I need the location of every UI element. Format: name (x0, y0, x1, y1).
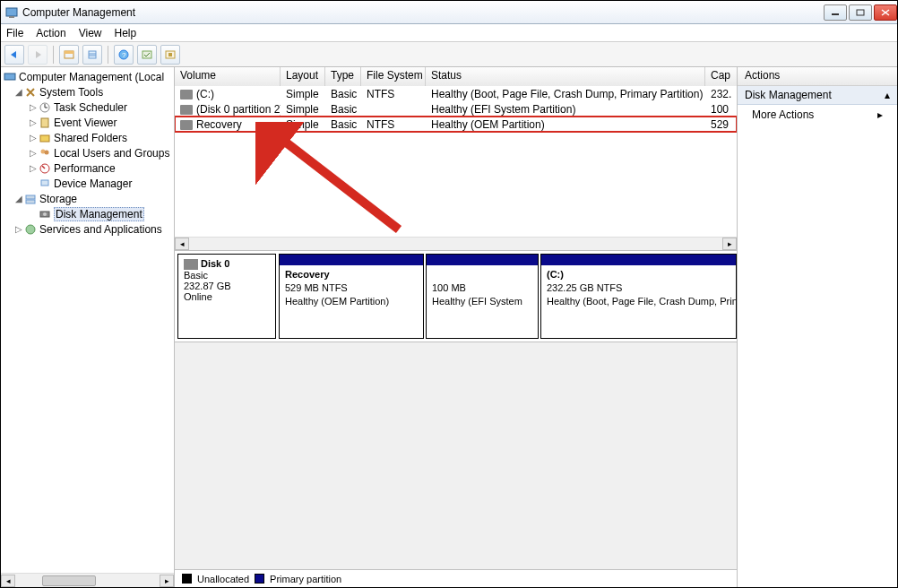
help-button[interactable]: ? (114, 45, 134, 65)
app-icon (4, 5, 19, 20)
svg-rect-3 (857, 10, 864, 15)
menu-action[interactable]: Action (36, 27, 65, 39)
volume-list-header: Volume Layout Type File System Status Ca… (175, 67, 737, 86)
menu-help[interactable]: Help (115, 27, 137, 39)
tree-device-manager[interactable]: ▷ Device Manager (1, 176, 174, 191)
svg-rect-0 (6, 8, 17, 16)
maximize-button[interactable] (849, 4, 872, 21)
drive-icon (180, 105, 193, 115)
computer-icon (3, 70, 17, 84)
tree-root[interactable]: Computer Management (Local (1, 69, 174, 84)
svg-point-30 (43, 212, 47, 216)
menu-view[interactable]: View (79, 27, 102, 39)
partition-c[interactable]: (C:)232.25 GB NTFSHealthy (Boot, Page Fi… (540, 254, 737, 339)
refresh-button[interactable] (160, 45, 180, 65)
expand-icon[interactable]: ▷ (28, 117, 38, 127)
volume-horizontal-scrollbar[interactable]: ◂ ▸ (175, 237, 737, 251)
actions-more[interactable]: More Actions ▸ (738, 105, 897, 125)
annotation-arrow-icon (255, 122, 417, 237)
disk-icon (184, 259, 198, 270)
expand-icon[interactable]: ▷ (13, 224, 23, 234)
scroll-left-button[interactable]: ◂ (175, 238, 189, 250)
tree-storage[interactable]: ◢ Storage (1, 191, 174, 206)
storage-icon (23, 192, 38, 206)
menu-file[interactable]: File (6, 27, 23, 39)
col-capacity[interactable]: Cap (705, 67, 737, 86)
volume-row-recovery[interactable]: Recovery Simple Basic NTFS Healthy (OEM … (175, 117, 737, 132)
col-volume[interactable]: Volume (175, 67, 281, 86)
minimize-button[interactable] (824, 4, 847, 21)
collapse-icon[interactable]: ◢ (13, 87, 23, 97)
toolbar: ? (1, 42, 897, 67)
expand-icon[interactable]: ▷ (28, 148, 38, 158)
expand-icon[interactable]: ▷ (28, 102, 38, 112)
legend-swatch-primary (255, 574, 264, 584)
legend-label: Unallocated (197, 574, 249, 584)
collapse-icon[interactable]: ◢ (13, 194, 23, 203)
col-status[interactable]: Status (426, 67, 705, 86)
drive-icon (180, 120, 193, 130)
volume-list: (C:) Simple Basic NTFS Healthy (Boot, Pa… (175, 86, 737, 237)
clock-icon (38, 100, 52, 115)
partition-recovery[interactable]: Recovery529 MB NTFSHealthy (OEM Partitio… (279, 254, 424, 339)
collapse-icon: ▴ (885, 89, 890, 101)
expand-icon[interactable]: ▷ (28, 133, 38, 143)
tree-local-users[interactable]: ▷ Local Users and Groups (1, 145, 174, 160)
actions-section-disk-management[interactable]: Disk Management ▴ (738, 86, 897, 105)
svg-point-31 (26, 225, 35, 234)
tree-services[interactable]: ▷ Services and Applications (1, 221, 174, 237)
col-type[interactable]: Type (325, 67, 361, 86)
legend: Unallocated Primary partition (175, 569, 737, 587)
back-button[interactable] (4, 45, 24, 65)
chevron-right-icon: ▸ (877, 108, 883, 121)
tree-shared-folders[interactable]: ▷ Shared Folders (1, 130, 174, 145)
svg-rect-26 (41, 180, 48, 186)
legend-label: Primary partition (270, 574, 341, 584)
tree-event-viewer[interactable]: ▷ Event Viewer (1, 115, 174, 130)
svg-rect-16 (4, 74, 15, 80)
content-panel: Volume Layout Type File System Status Ca… (175, 67, 738, 587)
scroll-thumb[interactable] (42, 575, 96, 586)
tree-performance[interactable]: ▷ Performance (1, 160, 174, 176)
device-icon (38, 177, 52, 191)
svg-rect-28 (26, 200, 35, 203)
close-button[interactable] (874, 4, 897, 21)
svg-point-23 (45, 150, 49, 154)
empty-area (175, 342, 737, 569)
tree-task-scheduler[interactable]: ▷ Task Scheduler (1, 99, 174, 115)
svg-rect-15 (168, 53, 172, 56)
partition-efi[interactable]: 100 MBHealthy (EFI System (426, 254, 539, 339)
menu-bar: File Action View Help (1, 24, 897, 42)
volume-row[interactable]: (C:) Simple Basic NTFS Healthy (Boot, Pa… (175, 86, 737, 101)
folder-share-icon (38, 131, 52, 145)
svg-rect-27 (26, 195, 35, 199)
svg-rect-8 (89, 51, 96, 58)
svg-rect-21 (40, 135, 49, 142)
settings-button[interactable] (137, 45, 157, 65)
svg-line-32 (273, 133, 399, 229)
drive-icon (180, 90, 193, 99)
tree-disk-management[interactable]: ▷ Disk Management (1, 206, 174, 221)
expand-icon[interactable]: ▷ (28, 163, 38, 173)
svg-text:?: ? (122, 51, 126, 59)
scroll-right-button[interactable]: ▸ (160, 575, 174, 587)
services-icon (23, 222, 38, 237)
svg-rect-7 (65, 51, 73, 54)
volume-row[interactable]: (Disk 0 partition 2) Simple Basic Health… (175, 101, 737, 117)
tree-horizontal-scrollbar[interactable]: ◂ ▸ (1, 573, 174, 587)
disk-header[interactable]: Disk 0 Basic 232.87 GB Online (177, 254, 276, 339)
forward-button[interactable] (28, 45, 47, 65)
users-icon (38, 146, 52, 160)
disk-icon (38, 207, 52, 221)
scroll-right-button[interactable]: ▸ (722, 238, 737, 250)
tree-system-tools[interactable]: ◢ System Tools (1, 84, 174, 99)
actions-panel: Actions Disk Management ▴ More Actions ▸ (738, 67, 897, 587)
svg-rect-20 (41, 118, 48, 127)
show-hide-button[interactable] (59, 45, 79, 65)
col-layout[interactable]: Layout (281, 67, 325, 86)
scroll-left-button[interactable]: ◂ (1, 575, 15, 587)
tools-icon (23, 85, 38, 99)
svg-rect-13 (142, 51, 151, 58)
properties-button[interactable] (82, 45, 102, 65)
col-filesystem[interactable]: File System (361, 67, 426, 86)
